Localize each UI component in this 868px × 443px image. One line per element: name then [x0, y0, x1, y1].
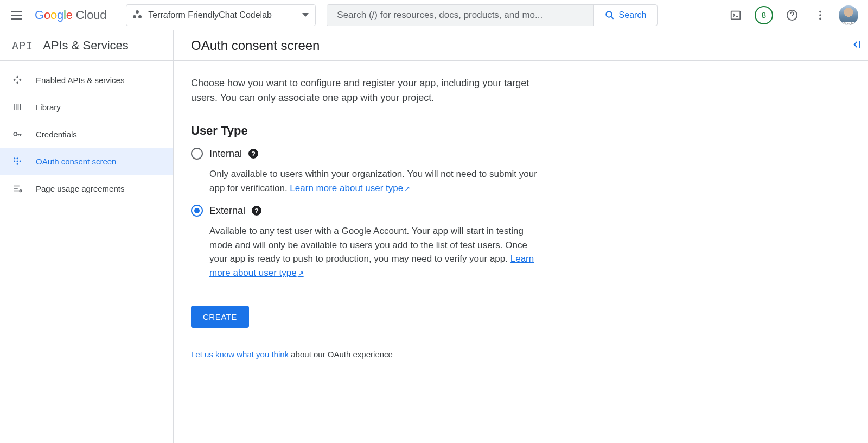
cloud-word: Cloud [76, 8, 106, 22]
api-badge-icon: API [12, 39, 33, 52]
svg-point-8 [14, 157, 15, 159]
sidebar-item-label: Library [36, 103, 61, 112]
project-name: Terraform FriendlyChat Codelab [148, 10, 297, 20]
sidebar-item-enabled-apis[interactable]: Enabled APIs & services [0, 66, 173, 93]
user-type-external-row: External ? [191, 205, 547, 217]
project-icon [133, 10, 143, 20]
help-icon[interactable]: ? [248, 149, 258, 159]
badge-value: 8 [755, 6, 773, 24]
project-picker[interactable]: Terraform FriendlyChat Codelab [126, 4, 316, 26]
diamond-move-icon [12, 74, 23, 85]
trial-badge[interactable]: 8 [753, 4, 775, 26]
sidebar-item-label: OAuth consent screen [36, 157, 116, 166]
svg-rect-2 [731, 11, 741, 19]
external-link-icon: ↗ [404, 185, 410, 193]
sidebar-item-label: Enabled APIs & services [36, 75, 124, 85]
svg-point-13 [17, 163, 18, 165]
external-desc-text: Available to any test user with a Google… [209, 226, 527, 264]
svg-point-10 [14, 161, 15, 162]
library-icon [12, 102, 23, 112]
internal-description: Only available to users within your orga… [209, 167, 546, 195]
svg-point-11 [17, 161, 18, 162]
svg-line-1 [611, 16, 613, 18]
hamburger-menu-icon[interactable] [9, 9, 22, 22]
help-icon[interactable]: ? [252, 206, 261, 216]
create-button[interactable]: CREATE [191, 306, 249, 328]
external-link-icon: ↗ [298, 269, 304, 277]
svg-point-7 [14, 132, 17, 136]
radio-external-label: External [209, 205, 245, 217]
svg-point-6 [819, 17, 821, 20]
sidebar-item-library[interactable]: Library [0, 93, 173, 121]
internal-learn-more-link[interactable]: Learn more about user type↗ [290, 183, 410, 193]
sidebar-item-credentials[interactable]: Credentials [0, 121, 173, 148]
key-icon [12, 129, 23, 140]
more-menu-icon[interactable] [809, 4, 831, 26]
intro-text: Choose how you want to configure and reg… [191, 76, 547, 105]
radio-external[interactable] [191, 205, 203, 217]
account-avatar[interactable]: Google [838, 4, 859, 26]
svg-point-5 [819, 14, 821, 16]
search-input[interactable] [327, 5, 593, 26]
cloud-shell-icon[interactable] [725, 4, 746, 26]
help-icon[interactable] [781, 4, 803, 26]
feedback-suffix: about our OAuth experience [291, 350, 393, 359]
sidebar: API APIs & Services Enabled APIs & servi… [0, 30, 174, 443]
feedback-line: Let us know what you think about our OAu… [191, 350, 547, 359]
radio-internal[interactable] [191, 148, 203, 160]
sidebar-item-oauth-consent[interactable]: OAuth consent screen [0, 148, 173, 175]
consent-icon [12, 156, 23, 167]
sidebar-title: APIs & Services [43, 39, 129, 53]
sidebar-item-label: Page usage agreements [36, 184, 124, 193]
collapse-panel-icon[interactable] [851, 39, 861, 53]
agreements-icon [12, 183, 23, 194]
radio-internal-label: Internal [209, 148, 242, 160]
svg-point-12 [20, 161, 21, 162]
chevron-down-icon [302, 13, 309, 17]
search-button-label: Search [619, 10, 647, 20]
search-icon [605, 10, 615, 20]
svg-point-4 [819, 10, 821, 12]
topbar: Google Cloud Terraform FriendlyChat Code… [0, 0, 868, 30]
google-cloud-logo[interactable]: Google Cloud [35, 8, 106, 22]
user-type-internal-row: Internal ? [191, 148, 547, 160]
sidebar-header[interactable]: API APIs & Services [0, 30, 173, 61]
sidebar-item-label: Credentials [36, 130, 77, 139]
sidebar-item-agreements[interactable]: Page usage agreements [0, 175, 173, 202]
search-button[interactable]: Search [593, 5, 658, 26]
avatar: Google [839, 5, 858, 25]
external-description: Available to any test user with a Google… [209, 224, 546, 280]
svg-point-14 [20, 190, 22, 192]
main-content: OAuth consent screen Choose how you want… [174, 30, 868, 443]
search-bar: Search [327, 4, 658, 26]
page-title: OAuth consent screen [174, 30, 868, 61]
svg-point-9 [17, 157, 18, 159]
svg-point-0 [606, 11, 612, 17]
feedback-link[interactable]: Let us know what you think [191, 350, 291, 359]
user-type-heading: User Type [191, 124, 547, 138]
